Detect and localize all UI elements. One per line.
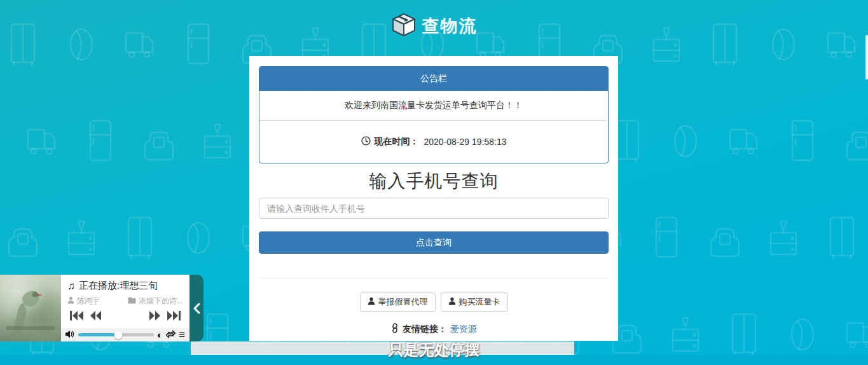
time-label: 现在时间： xyxy=(375,136,419,148)
announcement-welcome: 欢迎来到南国流量卡发货运单号查询平台！！ xyxy=(259,91,608,121)
music-player: ♫ 正在播放:理想三旬 陈鸿宇 浓烟下的诗... xyxy=(0,275,203,341)
report-button-label: 举报假冒代理 xyxy=(378,296,428,308)
action-buttons-row: 举报假冒代理 购买流量卡 xyxy=(249,293,618,312)
person-icon xyxy=(448,297,456,307)
repeat-icon[interactable] xyxy=(166,329,176,341)
fast-forward-button[interactable] xyxy=(149,311,161,320)
now-playing-row: ♫ 正在播放:理想三旬 xyxy=(61,275,189,292)
announcement-panel: 公告栏 欢迎来到南国流量卡发货运单号查询平台！！ 现在时间： 2020-08-2… xyxy=(259,66,609,163)
logo-text: 查物流 xyxy=(422,15,478,38)
page-title: 输入手机号查询 xyxy=(249,169,618,193)
artist-meta: 陈鸿宇 xyxy=(67,296,100,306)
scrollbar-thumb[interactable] xyxy=(865,35,868,79)
friend-links-row: 友情链接： 爱资源 xyxy=(249,323,618,335)
announcement-header: 公告栏 xyxy=(259,67,608,91)
playlist-menu-icon[interactable]: ≡ xyxy=(179,329,185,340)
theme-toggle-icon[interactable]: ◐ xyxy=(157,330,163,340)
player-collapse-tab[interactable] xyxy=(189,275,203,341)
lyric-line: 只是无处停摆 xyxy=(0,340,868,360)
progress-slider[interactable] xyxy=(78,333,154,336)
friend-links-label: 友情链接： xyxy=(403,324,447,335)
player-panel: ♫ 正在播放:理想三旬 陈鸿宇 浓烟下的诗... xyxy=(61,275,189,341)
time-value: 2020-08-29 19:58:13 xyxy=(424,137,507,147)
phone-search-input[interactable] xyxy=(259,198,609,219)
transport-controls xyxy=(61,306,189,320)
buy-button-label: 购买流量卡 xyxy=(459,296,500,308)
divider xyxy=(259,278,609,279)
query-card: 公告栏 欢迎来到南国流量卡发货运单号查询平台！！ 现在时间： 2020-08-2… xyxy=(249,56,618,341)
album-name: 浓烟下的诗... xyxy=(139,296,183,306)
track-meta-row: 陈鸿宇 浓烟下的诗... xyxy=(61,292,189,306)
slider-remaining-track xyxy=(120,333,154,336)
announcement-time-row: 现在时间： 2020-08-29 19:58:13 xyxy=(259,121,608,163)
buy-data-card-button[interactable]: 购买流量卡 xyxy=(441,293,508,312)
clock-icon xyxy=(361,136,371,148)
album-meta: 浓烟下的诗... xyxy=(128,296,183,306)
package-box-icon xyxy=(391,13,417,39)
rewind-button[interactable] xyxy=(90,311,101,320)
artist-icon xyxy=(67,296,74,306)
artist-name: 陈鸿宇 xyxy=(77,296,100,306)
slider-knob[interactable] xyxy=(114,331,123,339)
folder-icon xyxy=(128,297,136,306)
previous-track-button[interactable] xyxy=(70,311,83,320)
album-art[interactable] xyxy=(0,275,61,341)
volume-icon[interactable] xyxy=(65,329,75,341)
person-icon xyxy=(368,297,375,307)
query-submit-button[interactable]: 点击查询 xyxy=(259,231,609,254)
player-bottom-bar: ◐ ≡ xyxy=(61,328,189,341)
page-scrollbar[interactable] xyxy=(865,0,868,365)
link-chain-icon xyxy=(390,323,399,335)
report-fake-agent-button[interactable]: 举报假冒代理 xyxy=(360,293,436,312)
next-track-button[interactable] xyxy=(167,311,181,320)
music-note-icon: ♫ xyxy=(67,280,75,292)
friend-link-aiziyuan[interactable]: 爱资源 xyxy=(450,324,477,335)
chevron-left-icon xyxy=(193,303,200,314)
now-playing-text: 正在播放:理想三旬 xyxy=(79,280,158,292)
site-logo: 查物流 xyxy=(0,13,868,39)
